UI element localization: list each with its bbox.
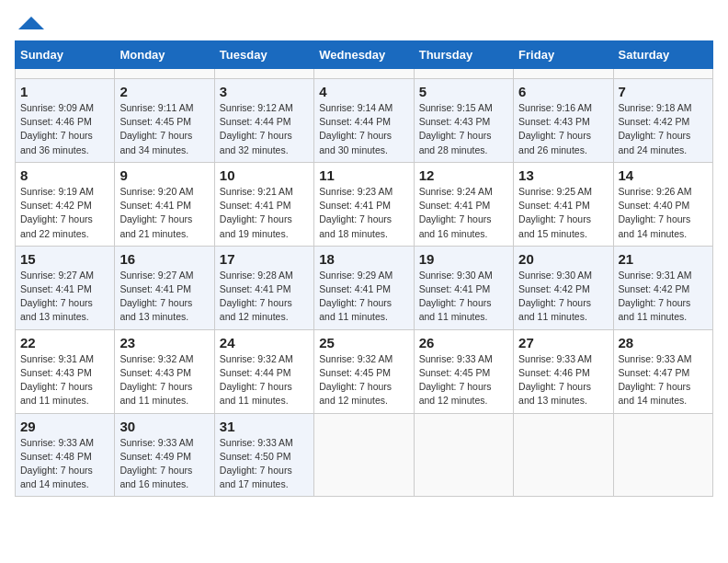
calendar-header-friday: Friday	[514, 41, 613, 69]
calendar-cell: 18Sunrise: 9:29 AM Sunset: 4:41 PM Dayli…	[314, 246, 414, 329]
day-info: Sunrise: 9:18 AM Sunset: 4:42 PM Dayligh…	[619, 101, 708, 157]
calendar-cell: 21Sunrise: 9:31 AM Sunset: 4:42 PM Dayli…	[613, 246, 712, 329]
day-number: 16	[119, 251, 209, 267]
day-number: 1	[20, 84, 109, 99]
calendar-header-sunday: Sunday	[16, 41, 115, 69]
calendar-cell: 24Sunrise: 9:32 AM Sunset: 4:44 PM Dayli…	[214, 329, 313, 413]
day-info: Sunrise: 9:33 AM Sunset: 4:46 PM Dayligh…	[518, 352, 608, 408]
calendar-header-tuesday: Tuesday	[214, 41, 313, 69]
calendar-cell	[414, 69, 513, 79]
calendar-header-thursday: Thursday	[414, 41, 513, 69]
day-number: 25	[319, 335, 408, 350]
day-info: Sunrise: 9:29 AM Sunset: 4:41 PM Dayligh…	[319, 269, 408, 325]
day-info: Sunrise: 9:31 AM Sunset: 4:43 PM Dayligh…	[20, 352, 109, 408]
svg-marker-0	[18, 17, 44, 29]
calendar-cell: 30Sunrise: 9:33 AM Sunset: 4:49 PM Dayli…	[115, 413, 214, 497]
day-number: 31	[220, 419, 309, 434]
day-number: 2	[119, 84, 209, 99]
day-info: Sunrise: 9:32 AM Sunset: 4:43 PM Dayligh…	[119, 352, 209, 408]
calendar-cell	[16, 69, 115, 79]
calendar-cell: 9Sunrise: 9:20 AM Sunset: 4:41 PM Daylig…	[115, 162, 214, 246]
calendar-cell	[314, 69, 414, 79]
calendar-cell: 28Sunrise: 9:33 AM Sunset: 4:47 PM Dayli…	[613, 329, 712, 413]
day-number: 24	[220, 335, 309, 350]
day-info: Sunrise: 9:33 AM Sunset: 4:47 PM Dayligh…	[619, 352, 708, 408]
day-number: 9	[119, 167, 209, 183]
calendar-cell: 26Sunrise: 9:33 AM Sunset: 4:45 PM Dayli…	[414, 329, 513, 413]
calendar-cell	[314, 413, 414, 497]
calendar-week-row: 29Sunrise: 9:33 AM Sunset: 4:48 PM Dayli…	[16, 413, 713, 497]
logo-arrow-icon	[18, 17, 44, 29]
day-info: Sunrise: 9:11 AM Sunset: 4:45 PM Dayligh…	[119, 101, 209, 157]
calendar-week-row: 1Sunrise: 9:09 AM Sunset: 4:46 PM Daylig…	[16, 79, 713, 163]
calendar-cell: 23Sunrise: 9:32 AM Sunset: 4:43 PM Dayli…	[115, 329, 214, 413]
calendar-cell: 22Sunrise: 9:31 AM Sunset: 4:43 PM Dayli…	[16, 329, 115, 413]
calendar-cell: 15Sunrise: 9:27 AM Sunset: 4:41 PM Dayli…	[16, 246, 115, 329]
day-number: 14	[619, 167, 708, 183]
day-number: 30	[119, 419, 209, 434]
calendar-week-row: 15Sunrise: 9:27 AM Sunset: 4:41 PM Dayli…	[16, 246, 713, 329]
day-info: Sunrise: 9:23 AM Sunset: 4:41 PM Dayligh…	[319, 185, 408, 241]
calendar-cell: 3Sunrise: 9:12 AM Sunset: 4:44 PM Daylig…	[214, 79, 313, 163]
day-number: 3	[220, 84, 309, 99]
calendar-cell: 13Sunrise: 9:25 AM Sunset: 4:41 PM Dayli…	[514, 162, 613, 246]
day-number: 4	[319, 84, 408, 99]
day-number: 28	[619, 335, 708, 350]
calendar-cell: 31Sunrise: 9:33 AM Sunset: 4:50 PM Dayli…	[214, 413, 313, 497]
calendar-cell: 17Sunrise: 9:28 AM Sunset: 4:41 PM Dayli…	[214, 246, 313, 329]
day-number: 6	[518, 84, 608, 99]
calendar-week-row: 8Sunrise: 9:19 AM Sunset: 4:42 PM Daylig…	[16, 162, 713, 246]
logo	[15, 15, 44, 29]
day-number: 10	[220, 167, 309, 183]
calendar-cell	[613, 69, 712, 79]
calendar-header-saturday: Saturday	[613, 41, 712, 69]
day-info: Sunrise: 9:19 AM Sunset: 4:42 PM Dayligh…	[20, 185, 109, 241]
calendar-week-row	[16, 69, 713, 79]
day-info: Sunrise: 9:25 AM Sunset: 4:41 PM Dayligh…	[518, 185, 608, 241]
day-info: Sunrise: 9:30 AM Sunset: 4:41 PM Dayligh…	[419, 269, 508, 325]
day-number: 27	[518, 335, 608, 350]
day-info: Sunrise: 9:26 AM Sunset: 4:40 PM Dayligh…	[619, 185, 708, 241]
day-number: 17	[220, 251, 309, 267]
calendar-cell: 2Sunrise: 9:11 AM Sunset: 4:45 PM Daylig…	[115, 79, 214, 163]
day-number: 18	[319, 251, 408, 267]
day-number: 23	[119, 335, 209, 350]
day-number: 21	[619, 251, 708, 267]
calendar-cell: 11Sunrise: 9:23 AM Sunset: 4:41 PM Dayli…	[314, 162, 414, 246]
calendar-header-wednesday: Wednesday	[314, 41, 414, 69]
day-number: 15	[20, 251, 109, 267]
day-number: 12	[419, 167, 508, 183]
calendar-cell: 19Sunrise: 9:30 AM Sunset: 4:41 PM Dayli…	[414, 246, 513, 329]
calendar-cell	[115, 69, 214, 79]
calendar-cell: 8Sunrise: 9:19 AM Sunset: 4:42 PM Daylig…	[16, 162, 115, 246]
day-number: 13	[518, 167, 608, 183]
calendar-cell: 16Sunrise: 9:27 AM Sunset: 4:41 PM Dayli…	[115, 246, 214, 329]
day-info: Sunrise: 9:30 AM Sunset: 4:42 PM Dayligh…	[518, 269, 608, 325]
day-info: Sunrise: 9:27 AM Sunset: 4:41 PM Dayligh…	[119, 269, 209, 325]
day-info: Sunrise: 9:33 AM Sunset: 4:49 PM Dayligh…	[119, 436, 209, 492]
day-info: Sunrise: 9:16 AM Sunset: 4:43 PM Dayligh…	[518, 101, 608, 157]
day-number: 20	[518, 251, 608, 267]
calendar-cell	[514, 413, 613, 497]
day-number: 26	[419, 335, 508, 350]
day-number: 7	[619, 84, 708, 99]
calendar-header-monday: Monday	[115, 41, 214, 69]
day-number: 22	[20, 335, 109, 350]
calendar-cell: 14Sunrise: 9:26 AM Sunset: 4:40 PM Dayli…	[613, 162, 712, 246]
day-info: Sunrise: 9:33 AM Sunset: 4:48 PM Dayligh…	[20, 436, 109, 492]
day-info: Sunrise: 9:33 AM Sunset: 4:50 PM Dayligh…	[220, 436, 309, 492]
day-info: Sunrise: 9:32 AM Sunset: 4:45 PM Dayligh…	[319, 352, 408, 408]
day-info: Sunrise: 9:12 AM Sunset: 4:44 PM Dayligh…	[220, 101, 309, 157]
calendar-cell: 6Sunrise: 9:16 AM Sunset: 4:43 PM Daylig…	[514, 79, 613, 163]
calendar-cell: 12Sunrise: 9:24 AM Sunset: 4:41 PM Dayli…	[414, 162, 513, 246]
day-info: Sunrise: 9:31 AM Sunset: 4:42 PM Dayligh…	[619, 269, 708, 325]
calendar-cell: 10Sunrise: 9:21 AM Sunset: 4:41 PM Dayli…	[214, 162, 313, 246]
day-info: Sunrise: 9:33 AM Sunset: 4:45 PM Dayligh…	[419, 352, 508, 408]
day-number: 5	[419, 84, 508, 99]
day-number: 8	[20, 167, 109, 183]
calendar-cell: 4Sunrise: 9:14 AM Sunset: 4:44 PM Daylig…	[314, 79, 414, 163]
day-info: Sunrise: 9:32 AM Sunset: 4:44 PM Dayligh…	[220, 352, 309, 408]
calendar-cell	[214, 69, 313, 79]
calendar-cell: 1Sunrise: 9:09 AM Sunset: 4:46 PM Daylig…	[16, 79, 115, 163]
day-info: Sunrise: 9:24 AM Sunset: 4:41 PM Dayligh…	[419, 185, 508, 241]
